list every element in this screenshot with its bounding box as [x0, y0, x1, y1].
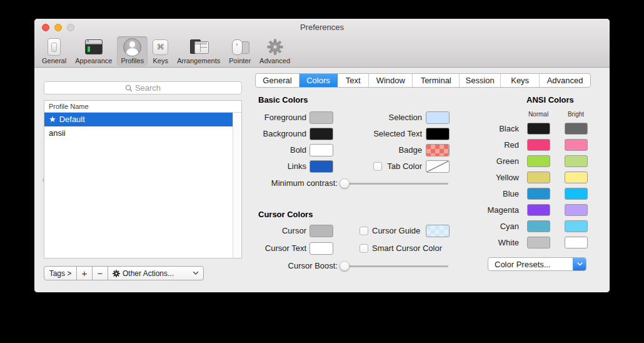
other-actions-label: Other Actions... — [123, 269, 174, 278]
ansi-magenta-normal-well[interactable] — [527, 204, 550, 216]
tab-general[interactable]: General — [256, 74, 299, 87]
search-input[interactable]: Search — [44, 81, 242, 95]
cursor-guide-color-well[interactable] — [426, 225, 450, 237]
ansi-cyan-label: Cyan — [475, 220, 519, 232]
ansi-bright-column-header: Bright — [557, 111, 595, 118]
screenshot-stage: Preferences General × Appearance Profile… — [0, 0, 644, 343]
ansi-blue-bright-well[interactable] — [565, 188, 588, 200]
minimum-contrast-slider[interactable] — [340, 178, 448, 188]
window-title: Preferences — [34, 23, 610, 32]
search-placeholder: Search — [135, 83, 161, 93]
ansi-green-label: Green — [475, 155, 519, 167]
ansi-red-normal-well[interactable] — [527, 139, 550, 151]
links-color-well[interactable] — [309, 160, 333, 173]
tags-button[interactable]: Tags > — [44, 267, 77, 280]
default-star-icon: ★ — [49, 115, 56, 124]
slider-knob[interactable] — [340, 178, 350, 188]
tab-keys[interactable]: Keys — [501, 74, 540, 87]
tab-color-label: Tab Color — [372, 160, 422, 173]
selection-color-well[interactable] — [426, 111, 450, 124]
arrangements-icon — [189, 38, 208, 56]
tab-color-well[interactable] — [426, 160, 450, 173]
ansi-yellow-label: Yellow — [475, 172, 519, 183]
ansi-blue-normal-well[interactable] — [527, 188, 550, 200]
remove-profile-button[interactable]: − — [93, 267, 108, 280]
toolbar-item-keys[interactable]: ⌘ Keys — [149, 36, 172, 66]
ansi-yellow-normal-well[interactable] — [527, 172, 550, 183]
foreground-label: Foreground — [244, 111, 306, 124]
ansi-yellow-bright-well[interactable] — [565, 172, 588, 183]
cursor-color-well[interactable] — [309, 225, 333, 237]
ansi-white-normal-well[interactable] — [527, 237, 550, 248]
profile-row-default[interactable]: ★Default — [44, 113, 233, 126]
advanced-gear-icon — [267, 38, 283, 56]
ansi-blue-label: Blue — [475, 188, 519, 200]
toolbar-item-pointer[interactable]: Pointer — [225, 36, 254, 66]
cursor-boost-label: Cursor Boost: — [250, 260, 338, 272]
minimum-contrast-label: Minimum contrast: — [250, 177, 338, 190]
tab-window[interactable]: Window — [369, 74, 413, 87]
tab-terminal[interactable]: Terminal — [413, 74, 460, 87]
selected-text-color-well[interactable] — [426, 128, 450, 140]
slider-knob[interactable] — [340, 261, 350, 271]
ansi-white-bright-well[interactable] — [565, 237, 588, 248]
ansi-black-normal-well[interactable] — [527, 123, 550, 135]
tab-text[interactable]: Text — [338, 74, 369, 87]
selected-text-label: Selected Text — [335, 128, 422, 140]
tab-session[interactable]: Session — [460, 74, 501, 87]
add-profile-button[interactable]: + — [77, 267, 93, 280]
search-icon — [125, 84, 133, 92]
toolbar-item-appearance[interactable]: × Appearance — [71, 36, 116, 66]
profile-settings-tabs: General Colors Text Window Terminal Sess… — [255, 73, 591, 88]
toolbar-item-arrangements[interactable]: Arrangements — [173, 36, 224, 66]
bold-label: Bold — [244, 144, 306, 156]
ansi-white-label: White — [475, 237, 519, 248]
ansi-colors-title: ANSI Colors — [526, 95, 574, 105]
toolbar-item-advanced[interactable]: Advanced — [256, 36, 294, 66]
cursor-label: Cursor — [244, 225, 306, 237]
color-presets-dropdown[interactable]: Color Presets... — [488, 257, 586, 271]
toolbar-item-general[interactable]: General — [38, 36, 70, 66]
tab-colors[interactable]: Colors — [299, 74, 338, 87]
ansi-cyan-normal-well[interactable] — [527, 220, 550, 232]
ansi-green-normal-well[interactable] — [527, 155, 550, 167]
ansi-magenta-label: Magenta — [475, 204, 519, 216]
background-color-well[interactable] — [309, 128, 333, 140]
basic-colors-title: Basic Colors — [258, 95, 308, 105]
preferences-content: Search Profile Name ★Default ansii Tags … — [34, 68, 610, 292]
chevron-down-icon — [193, 271, 199, 275]
cursor-text-label: Cursor Text — [244, 242, 306, 255]
ansi-black-bright-well[interactable] — [565, 123, 588, 135]
window-header: Preferences General × Appearance Profile… — [34, 19, 610, 68]
keys-icon: ⌘ — [153, 38, 168, 56]
general-icon — [48, 38, 61, 56]
profile-row-label: ansii — [49, 128, 66, 138]
profile-row-ansii[interactable]: ansii — [44, 126, 233, 140]
dropdown-arrow-button — [573, 258, 586, 270]
preferences-toolbar: General × Appearance Profiles ⌘ Keys Arr… — [38, 36, 295, 66]
badge-color-well[interactable] — [426, 144, 450, 156]
selection-label: Selection — [335, 111, 422, 124]
smart-cursor-color-checkbox[interactable] — [360, 244, 368, 253]
tab-advanced[interactable]: Advanced — [540, 74, 590, 87]
ansi-magenta-bright-well[interactable] — [565, 204, 588, 216]
cursor-guide-checkbox[interactable] — [360, 227, 368, 235]
scrollbar-track[interactable] — [233, 101, 241, 258]
profile-row-label: Default — [59, 115, 85, 124]
preferences-window: Preferences General × Appearance Profile… — [34, 19, 610, 292]
ansi-red-bright-well[interactable] — [565, 139, 588, 151]
cursor-text-color-well[interactable] — [309, 242, 333, 255]
bold-color-well[interactable] — [309, 144, 333, 156]
color-presets-label: Color Presets... — [488, 260, 573, 269]
foreground-color-well[interactable] — [309, 111, 333, 124]
chevron-down-icon — [577, 262, 583, 266]
cursor-boost-slider[interactable] — [340, 261, 448, 271]
slider-track — [340, 265, 448, 267]
ansi-green-bright-well[interactable] — [565, 155, 588, 167]
profiles-icon — [123, 38, 141, 56]
slider-track — [340, 183, 448, 185]
ansi-cyan-bright-well[interactable] — [565, 220, 588, 232]
appearance-icon: × — [85, 38, 103, 56]
toolbar-item-profiles[interactable]: Profiles — [117, 36, 148, 66]
other-actions-button[interactable]: Other Actions... — [108, 267, 203, 280]
